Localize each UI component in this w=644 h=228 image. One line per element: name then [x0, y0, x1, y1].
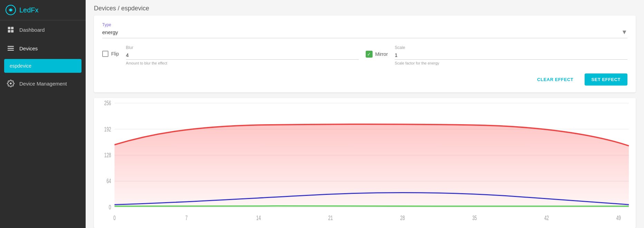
type-value: energy: [102, 29, 621, 35]
flip-label: Flip: [111, 51, 119, 57]
devices-label: Devices: [19, 46, 38, 51]
svg-rect-6: [8, 46, 14, 47]
sidebar-header: LedFx: [0, 0, 86, 20]
svg-point-1: [10, 9, 12, 11]
checkmark-icon: ✓: [367, 52, 371, 57]
clear-effect-button[interactable]: CLEAR EFFECT: [532, 73, 579, 86]
controls-row: Flip Blur Amount to blur the effect ✓ Mi…: [102, 45, 627, 65]
svg-rect-7: [8, 48, 14, 49]
blur-group: Blur Amount to blur the effect: [126, 45, 359, 65]
svg-text:256: 256: [104, 100, 111, 107]
mirror-group: ✓ Mirror: [366, 51, 388, 58]
svg-rect-8: [8, 50, 14, 51]
dashboard-icon: [7, 26, 15, 33]
svg-rect-3: [11, 27, 13, 29]
mirror-label: Mirror: [375, 51, 388, 57]
svg-text:35: 35: [472, 215, 477, 221]
sidebar-item-dashboard[interactable]: Dashboard: [0, 20, 86, 39]
red-area: [115, 124, 629, 207]
breadcrumb: Devices / espdevice: [86, 0, 644, 16]
green-line: [115, 206, 629, 206]
blur-hint: Amount to blur the effect: [126, 61, 359, 65]
app-title: LedFx: [19, 6, 39, 14]
sidebar: LedFx Dashboard Devices espdevice Device…: [0, 0, 86, 228]
chart-svg: 256 192 128 64 0 0 7 14: [94, 98, 636, 228]
sidebar-item-espdevice[interactable]: espdevice: [4, 59, 81, 73]
svg-rect-4: [8, 30, 10, 32]
gear-icon: [7, 80, 15, 87]
svg-text:0: 0: [109, 204, 111, 210]
svg-text:49: 49: [616, 215, 621, 221]
scale-group: Scale Scale factor for the energy: [395, 45, 627, 65]
device-management-label: Device Management: [19, 81, 67, 87]
blur-label: Blur: [126, 45, 359, 50]
scale-label: Scale: [395, 45, 627, 50]
chart-panel: 256 192 128 64 0 0 7 14: [94, 98, 636, 228]
svg-text:7: 7: [185, 215, 188, 221]
mirror-checkbox[interactable]: ✓: [366, 51, 373, 58]
blur-input[interactable]: [126, 51, 359, 60]
svg-text:192: 192: [104, 126, 111, 132]
main-content: Devices / espdevice Type energy ▼ Flip B…: [86, 0, 644, 228]
svg-text:14: 14: [256, 215, 261, 221]
set-effect-button[interactable]: SET EFFECT: [585, 73, 627, 86]
svg-text:42: 42: [544, 215, 549, 221]
flip-checkbox[interactable]: [102, 51, 108, 57]
type-dropdown-arrow[interactable]: ▼: [621, 29, 627, 36]
svg-text:64: 64: [106, 178, 111, 185]
svg-rect-5: [11, 30, 13, 32]
flip-group: Flip: [102, 51, 119, 57]
buttons-row: CLEAR EFFECT SET EFFECT: [102, 73, 627, 86]
espdevice-label: espdevice: [10, 63, 31, 69]
svg-rect-2: [8, 27, 10, 29]
svg-text:128: 128: [104, 151, 111, 158]
svg-point-9: [10, 82, 12, 85]
type-field-label: Type: [102, 22, 627, 27]
sidebar-item-device-management[interactable]: Device Management: [0, 74, 86, 93]
type-row: energy ▼: [102, 29, 627, 38]
svg-text:28: 28: [400, 215, 405, 221]
dashboard-label: Dashboard: [19, 27, 45, 33]
scale-hint: Scale factor for the energy: [395, 61, 627, 65]
effect-panel: Type energy ▼ Flip Blur Amount to blur t…: [94, 16, 636, 92]
devices-icon: [7, 44, 15, 52]
scale-input[interactable]: [395, 51, 627, 60]
svg-text:21: 21: [328, 215, 333, 221]
sidebar-item-devices[interactable]: Devices: [0, 39, 86, 58]
svg-text:0: 0: [113, 215, 116, 221]
ledfx-logo-icon: [6, 5, 16, 15]
